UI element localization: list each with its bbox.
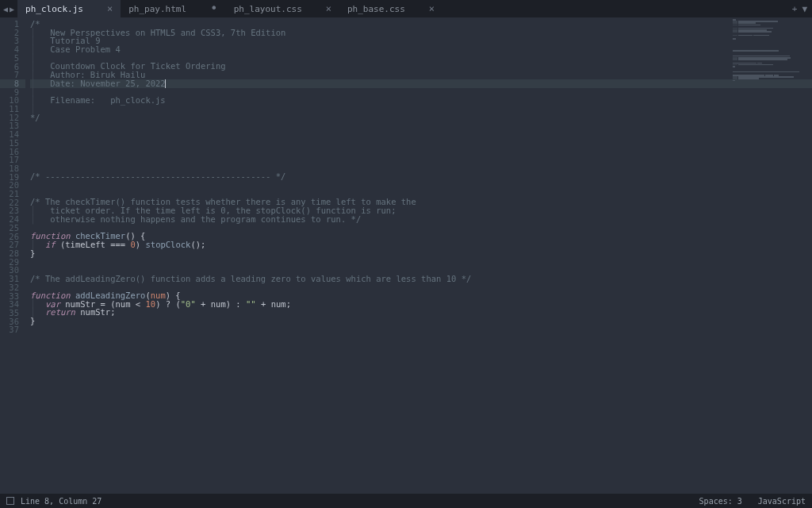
tab-label: ph_layout.css [234,4,302,14]
status-bar: Line 8, Column 27 Spaces: 3 JavaScript [0,494,812,508]
tab-label: ph_pay.html [128,4,186,14]
code-content[interactable]: /*│ New Perspectives on HTML5 and CSS3, … [25,17,812,494]
minimap[interactable] [733,19,809,83]
nav-arrows: ◀ ▶ [0,5,17,13]
close-icon[interactable]: × [107,3,113,14]
tab-dropdown-icon[interactable]: ▼ [802,4,807,14]
tab-label: ph_base.css [347,4,405,14]
indent-setting[interactable]: Spaces: 3 [699,497,742,506]
status-right: Spaces: 3 JavaScript [699,497,806,506]
nav-forward-icon[interactable]: ▶ [10,5,14,13]
tab-bar-right: + ▼ [792,4,812,14]
tab-ph-base[interactable]: ph_base.css × [339,0,442,17]
tab-ph-clock[interactable]: ph_clock.js × [17,0,121,17]
nav-back-icon[interactable]: ◀ [3,5,8,13]
new-tab-icon[interactable]: + [792,4,798,14]
close-icon[interactable]: × [326,3,331,14]
editor-area: 1234567891011121314151617181920212223242… [0,17,812,494]
cursor-position: Line 8, Column 27 [21,497,102,506]
tab-ph-pay[interactable]: ph_pay.html • [121,0,226,17]
tab-ph-layout[interactable]: ph_layout.css × [226,0,339,17]
modified-dot-icon: • [210,6,218,12]
tab-bar: ◀ ▶ ph_clock.js × ph_pay.html • ph_layou… [0,0,812,17]
tab-label: ph_clock.js [25,4,83,14]
gutter: 1234567891011121314151617181920212223242… [0,17,25,494]
close-icon[interactable]: × [429,3,435,14]
language-mode[interactable]: JavaScript [758,497,806,506]
status-left: Line 8, Column 27 [6,497,102,506]
panel-icon[interactable] [6,497,14,505]
